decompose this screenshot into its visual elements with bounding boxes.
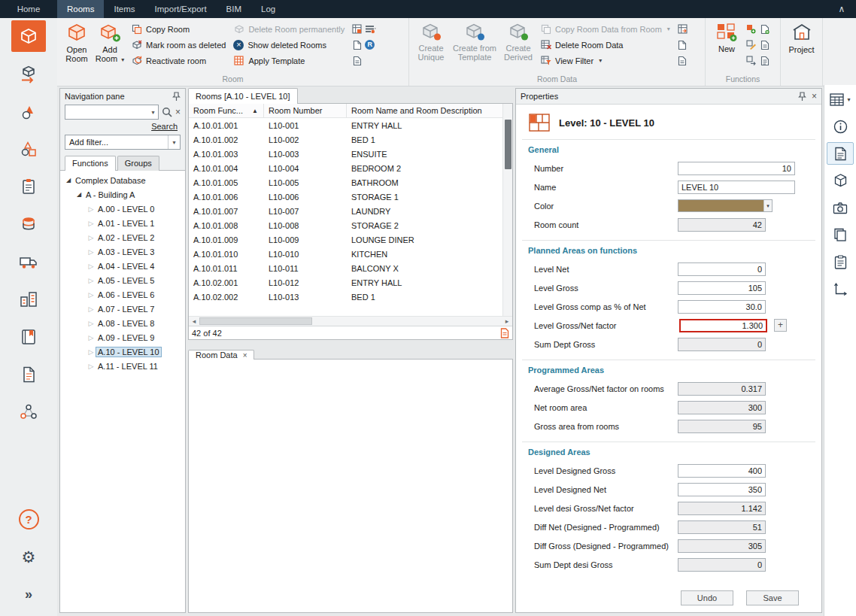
images-panel-button[interactable] (827, 196, 854, 219)
room-data-grid-icon[interactable] (677, 23, 688, 35)
new-function-button[interactable]: New (709, 20, 744, 74)
finance-module-button[interactable] (11, 208, 46, 240)
column-header-room-number[interactable]: Room Number (264, 104, 347, 117)
items-module-button[interactable] (11, 96, 46, 127)
tree-level-item[interactable]: ▷A.06 - LEVEL 6 (60, 287, 185, 302)
add-filter-combo[interactable]: Add filter... ▾ (65, 135, 181, 150)
edit-function-icon[interactable] (745, 39, 757, 50)
color-picker[interactable]: ▾ (678, 199, 773, 212)
documents-panel-button[interactable] (827, 223, 854, 246)
add-child-function-icon[interactable] (759, 23, 770, 35)
logistics-module-button[interactable] (11, 246, 46, 278)
table-view-button[interactable]: ▾ (827, 88, 854, 111)
collaboration-module-button[interactable] (11, 396, 46, 428)
room-row[interactable]: A.10.01.004L10-004BEDROOM 2 (189, 161, 512, 175)
tree-collapsed-icon[interactable]: ▷ (87, 234, 96, 241)
search-combo-dropdown-icon[interactable]: ▾ (148, 109, 158, 116)
item-groups-module-button[interactable] (11, 133, 46, 165)
tree-level-item[interactable]: ▷A.00 - LEVEL 0 (60, 202, 185, 216)
color-dropdown-icon[interactable]: ▾ (763, 200, 772, 211)
add-sibling-function-icon[interactable] (745, 23, 757, 35)
tab-functions[interactable]: Functions (65, 156, 116, 171)
settings-button[interactable]: ⚙ (11, 541, 46, 572)
project-button[interactable]: Project (785, 20, 818, 74)
delete-room-data-button[interactable]: Delete Room Data (536, 37, 674, 53)
menu-tab-rooms[interactable]: Rooms (57, 0, 104, 18)
menu-tab-log[interactable]: Log (251, 0, 285, 18)
reactivate-room-button[interactable]: Reactivate room (127, 53, 229, 68)
room-row[interactable]: A.10.01.010L10-010KITCHEN (189, 247, 512, 261)
undo-button[interactable]: Undo (681, 590, 733, 605)
add-room-button[interactable]: Add Room ▾ (93, 20, 127, 74)
rooms-module-button[interactable] (11, 20, 46, 52)
menu-tab-home[interactable]: Home (0, 0, 57, 18)
tree-node-database[interactable]: ◢ Complex Database (60, 173, 185, 187)
room-row[interactable]: A.10.02.002L10-013BED 1 (189, 290, 512, 304)
open-room-button[interactable]: Open Room (61, 20, 93, 74)
tree-level-item[interactable]: ▷A.03 - LEVEL 3 (60, 244, 185, 259)
room-data-tab[interactable]: Room Data × (188, 350, 254, 360)
info-panel-button[interactable] (827, 115, 854, 138)
move-function-icon[interactable] (745, 55, 757, 66)
tree-level-item[interactable]: ▷A.11 - LEVEL 11 (60, 359, 185, 373)
search-icon[interactable] (162, 107, 172, 117)
room-row[interactable]: A.10.01.007L10-007LAUNDRY (189, 204, 512, 218)
room-row[interactable]: A.10.01.009L10-009LOUNGE DINER (189, 232, 512, 247)
show-deleted-rooms-button[interactable]: × Show deleted Rooms (229, 37, 348, 53)
room-report-icon[interactable] (351, 39, 363, 50)
tree-level-item[interactable]: ▷A.02 - LEVEL 2 (60, 230, 185, 244)
level-designed-net-field[interactable] (678, 483, 766, 496)
add-filter-dropdown-icon[interactable]: ▾ (168, 135, 180, 149)
column-header-room-name[interactable]: Room Name and Room Description (347, 104, 512, 117)
color-swatch[interactable] (678, 200, 763, 211)
room-data-report-icon[interactable] (677, 39, 688, 50)
column-header-room-func[interactable]: Room Func...▲ (189, 104, 264, 117)
tree-level-item[interactable]: ▷A.01 - LEVEL 1 (60, 216, 185, 230)
tree-node-building-a[interactable]: ◢ A - Building A (60, 187, 185, 202)
tree-collapsed-icon[interactable]: ▷ (87, 291, 96, 299)
room-row[interactable]: A.10.01.003L10-003ENSUITE (189, 147, 512, 161)
tree-collapsed-icon[interactable]: ▷ (87, 348, 96, 356)
tab-groups[interactable]: Groups (117, 156, 159, 171)
tree-collapsed-icon[interactable]: ▷ (87, 248, 96, 256)
tree-expanded-icon[interactable]: ◢ (74, 191, 83, 198)
level-gross-comp-field[interactable] (678, 300, 766, 314)
refresh-rooms-icon[interactable]: R (365, 40, 375, 50)
room-log-icon[interactable] (351, 55, 363, 66)
room-row[interactable]: A.10.01.011L10-011BALCONY X (189, 261, 512, 275)
collapse-ribbon-icon[interactable]: ∧ (833, 0, 850, 18)
export-report-icon[interactable] (500, 328, 509, 338)
tree-level-item[interactable]: ▷A.08 - LEVEL 8 (60, 316, 185, 330)
tree-collapsed-icon[interactable]: ▷ (87, 334, 96, 341)
documents-module-button[interactable] (11, 359, 46, 390)
room-row[interactable]: A.10.01.001L10-001ENTRY HALL (189, 118, 512, 132)
room-row[interactable]: A.10.01.002L10-002BED 1 (189, 132, 512, 147)
tree-collapsed-icon[interactable]: ▷ (87, 262, 96, 270)
scroll-left-icon[interactable]: ◂ (189, 317, 199, 325)
vertical-scrollbar-thumb[interactable] (505, 120, 511, 169)
model-viewer-button[interactable] (827, 169, 854, 192)
search-link[interactable]: Search (151, 122, 178, 131)
name-field[interactable] (678, 181, 795, 194)
gross-net-factor-field[interactable] (679, 319, 767, 332)
log-panel-button[interactable] (827, 250, 854, 273)
view-filter-button[interactable]: View Filter ▾ (536, 53, 674, 68)
room-menu-icon[interactable] (365, 23, 376, 35)
tree-level-item[interactable]: ▷A.07 - LEVEL 7 (60, 302, 185, 316)
level-net-field[interactable] (678, 262, 766, 276)
create-from-template-button[interactable]: Create from Template (449, 20, 500, 74)
dropdown-icon[interactable]: ▾ (847, 96, 850, 103)
properties-panel-button[interactable] (827, 142, 854, 165)
mark-room-deleted-button[interactable]: Mark room as deleted (127, 37, 229, 53)
create-unique-button[interactable]: Create Unique (413, 20, 449, 74)
pin-icon[interactable] (798, 92, 806, 102)
close-icon[interactable]: × (812, 92, 817, 101)
room-layout-icon[interactable] (351, 23, 363, 35)
room-row[interactable]: A.10.01.006L10-006STORAGE 1 (189, 190, 512, 204)
close-tab-icon[interactable]: × (243, 351, 247, 360)
function-log-icon[interactable] (759, 55, 770, 66)
tree-collapsed-icon[interactable]: ▷ (87, 205, 96, 213)
add-value-button[interactable]: + (774, 319, 787, 332)
tree-level-item[interactable]: ▷A.05 - LEVEL 5 (60, 273, 185, 287)
search-input[interactable] (65, 106, 148, 118)
